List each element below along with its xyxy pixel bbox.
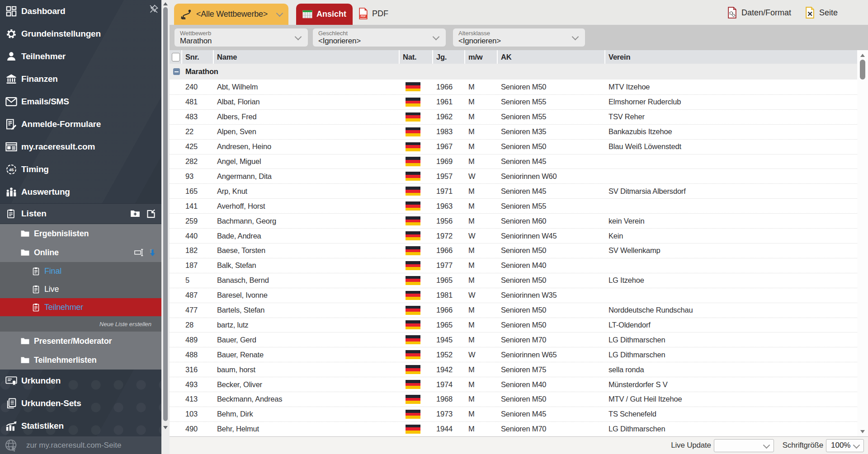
page-setup-button[interactable]: Seite — [805, 5, 838, 20]
svg-text:PDF: PDF — [361, 15, 366, 18]
stats-icon — [5, 421, 17, 431]
table-row[interactable]: 240Abt, Wilhelm1966MSenioren M50MTV Itze… — [170, 80, 857, 94]
table-row[interactable]: 425Andresen, Heino1967MSenioren M50Blau … — [170, 139, 857, 154]
column-header-jg[interactable]: Jg. — [433, 50, 465, 64]
filter-altersklasse[interactable]: Altersklasse<Ignorieren> — [453, 28, 585, 47]
font-size-select[interactable]: 100% — [826, 439, 864, 452]
club-cell: LG Itzehoe — [605, 273, 857, 288]
sidebar-item-statistiken[interactable]: Statistiken — [0, 415, 161, 437]
row-select-cell — [170, 362, 182, 377]
sidebar-tree-item-live[interactable]: Live — [0, 280, 161, 298]
table-row[interactable]: 481Albat, Florian1961MSenioren M55Elmsho… — [170, 94, 857, 109]
table-scrollbar[interactable] — [857, 50, 868, 436]
year-cell: 1983 — [433, 125, 465, 139]
table-row[interactable]: 413Beckmann, Andreas1968MSenioren M50MTV… — [170, 392, 857, 407]
pdf-tab[interactable]: PDF PDF — [359, 5, 388, 22]
scroll-down-arrow-icon[interactable] — [163, 426, 168, 429]
column-header-nat[interactable]: Nat. — [400, 50, 433, 64]
column-header-name[interactable]: Name — [214, 50, 400, 64]
table-row[interactable]: 93Angermann, Dita1957WSeniorinnen W60 — [170, 168, 857, 183]
germany-flag-icon — [406, 127, 420, 136]
sidebar-tree-item-teilnehmer[interactable]: Teilnehmer — [0, 298, 161, 316]
sidebar-item-my-raceresult-com[interactable]: my.raceresult.com — [0, 136, 161, 158]
sidebar-item-auswertung[interactable]: Auswertung — [0, 181, 161, 203]
table-row[interactable]: 282Angel, Miguel1969MSenioren M45 — [170, 154, 857, 169]
sidebar-item-grundeinstellungen[interactable]: Grundeinstellungen — [0, 23, 161, 45]
scroll-up-arrow-icon[interactable] — [860, 54, 865, 57]
table-row[interactable]: 440Bade, Andrea1972WSeniorinnen W45Kein — [170, 228, 857, 243]
year-cell: 1956 — [433, 214, 465, 228]
bib-cell: 481 — [182, 95, 214, 109]
filter-wettbewerb[interactable]: WettbewerbMarathon — [175, 28, 308, 47]
scroll-down-arrow-icon[interactable] — [860, 430, 865, 433]
sidebar-tree-item-final[interactable]: Final — [0, 262, 161, 280]
table-row[interactable]: 22Alpen, Sven1983MSenioren M35Bankazubis… — [170, 124, 857, 139]
sidebar-item-emails-sms[interactable]: Emails/SMS — [0, 90, 161, 113]
live-update-select[interactable] — [714, 439, 774, 452]
table-row[interactable]: 477Bartels, Stefan1966MSenioren M50Nordd… — [170, 303, 857, 318]
table-row[interactable]: 28bartz, lutz1965MSenioren M50LT-Oldendo… — [170, 318, 857, 332]
scroll-up-arrow-icon[interactable] — [163, 2, 168, 5]
folder-plus-icon[interactable] — [130, 209, 141, 219]
sidebar-item-finanzen[interactable]: Finanzen — [0, 68, 161, 90]
sidebar-footer-link[interactable]: zur my.raceresult.com-Seite — [0, 436, 161, 454]
competitions-tab[interactable]: <Alle Wettbewerbe> — [174, 4, 288, 25]
rename-icon[interactable] — [134, 248, 144, 257]
sex-cell: M — [465, 303, 498, 318]
table-row[interactable]: 316baum, horst1942MSenioren M75sella ron… — [170, 362, 857, 377]
ageclass-cell: Senioren M45 — [498, 407, 605, 421]
sidebar-tree-item-presenter-moderator[interactable]: Presenter/Moderator — [0, 332, 161, 351]
data-format-button[interactable]: Daten/Format — [727, 5, 791, 20]
collapse-group-button[interactable] — [173, 68, 180, 75]
column-header-ak[interactable]: AK — [498, 50, 605, 64]
table-row[interactable]: 165Arp, Knut1971MSenioren M45SV Ditmarsi… — [170, 183, 857, 198]
table-row[interactable]: 259Bachmann, Georg1956MSenioren M60kein … — [170, 213, 857, 228]
sidebar-item-teilnehmer[interactable]: Teilnehmer — [0, 45, 161, 68]
import-icon[interactable] — [146, 209, 156, 219]
year-cell: 1967 — [433, 140, 465, 154]
sidebar-item-urkunden[interactable]: Urkunden — [0, 370, 161, 392]
ageclass-cell: Seniorinnen W60 — [498, 169, 605, 183]
select-all-cell[interactable] — [170, 50, 182, 64]
sidebar-item-timing[interactable]: 45Timing — [0, 158, 161, 181]
sidebar-item-dashboard[interactable]: Dashboard — [0, 0, 161, 23]
sidebar-tree-item-online[interactable]: Online — [0, 243, 161, 262]
font-size-label: Schriftgröße — [783, 441, 823, 450]
table-row[interactable]: 489Bauer, Gerd1945MSenioren M70LG Dithma… — [170, 332, 857, 347]
table-row[interactable]: 103Behm, Dirk1973MSenioren M45TS Schenef… — [170, 407, 857, 421]
year-cell: 1961 — [433, 95, 465, 109]
download-arrow-icon[interactable] — [148, 248, 157, 257]
sidebar-item-urkunden-sets[interactable]: Urkunden-Sets — [0, 392, 161, 415]
club-cell: LG Dithmarschen — [605, 347, 857, 362]
tree-item-label: Final — [44, 267, 61, 276]
table-row[interactable]: 5Banasch, Bernd1965MSenioren M50LG Itzeh… — [170, 273, 857, 288]
sidebar-item-label: Urkunden — [21, 376, 61, 386]
table-row[interactable]: 490Behr, Helmut1944MSenioren M70LG Dithm… — [170, 421, 857, 436]
table-row[interactable]: 487Baresel, Ivonne1981WSeniorinnen W35 — [170, 288, 857, 303]
table-row[interactable]: 187Balk, Stefan1977MSenioren M40 — [170, 258, 857, 273]
table-scrollbar-thumb[interactable] — [860, 60, 865, 80]
sidebar-tree-item-teilnehmerlisten[interactable]: Teilnehmerlisten — [0, 351, 161, 370]
column-header-snr[interactable]: Snr. — [182, 50, 214, 64]
column-header-verein[interactable]: Verein — [605, 50, 857, 64]
filter-geschlecht[interactable]: Geschlecht<Ignorieren> — [313, 28, 446, 47]
unpin-icon[interactable] — [149, 4, 159, 14]
table-row[interactable]: 483Albers, Fred1962MSenioren M55TSV Rehe… — [170, 109, 857, 124]
sidebar-scrollbar[interactable] — [161, 0, 170, 454]
view-tab[interactable]: Ansicht — [296, 4, 353, 25]
sex-cell: M — [465, 80, 498, 94]
table-row[interactable]: 488Bauer, Renate1952WSeniorinnen W65LG D… — [170, 347, 857, 362]
table-row[interactable]: 182Baese, Torsten1966MSenioren M50SV Wel… — [170, 243, 857, 258]
sidebar-scrollbar-thumb[interactable] — [163, 7, 168, 421]
table-row[interactable]: 141Averhoff, Horst1963MSenioren M55 — [170, 198, 857, 213]
row-select-cell — [170, 332, 182, 347]
table-row[interactable]: 493Becker, Oliver1974MSenioren M40Münste… — [170, 377, 857, 392]
bib-cell: 103 — [182, 407, 214, 421]
sidebar-section-listen[interactable]: Listen — [0, 203, 161, 224]
club-cell: Bankazubis Itzehoe — [605, 125, 857, 139]
create-new-list-button[interactable]: Neue Liste erstellen — [0, 316, 161, 332]
column-header-mw[interactable]: m/w — [465, 50, 498, 64]
sidebar-tree-item-ergebnislisten[interactable]: Ergebnislisten — [0, 224, 161, 243]
select-all-checkbox[interactable] — [172, 53, 180, 61]
sidebar-item-anmelde-formulare[interactable]: Anmelde-Formulare — [0, 113, 161, 136]
